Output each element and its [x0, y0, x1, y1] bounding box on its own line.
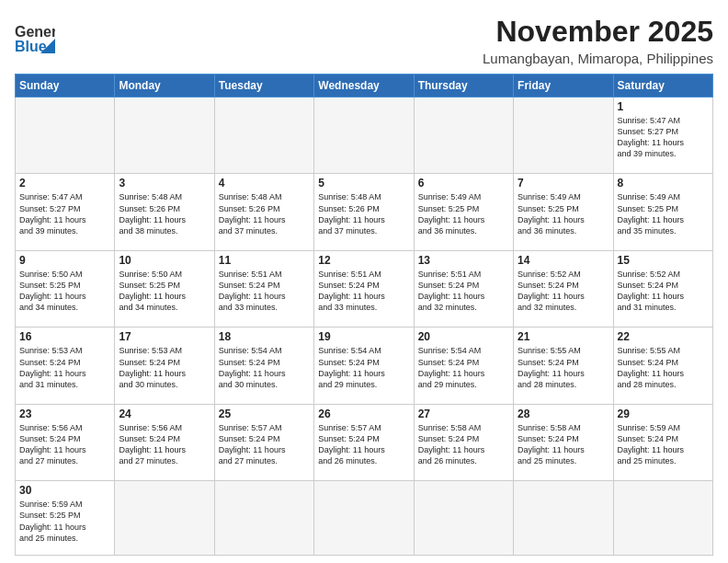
day-number: 10	[119, 254, 210, 267]
calendar-day-9: 9Sunrise: 5:50 AM Sunset: 5:25 PM Daylig…	[16, 250, 115, 327]
day-number: 27	[418, 408, 509, 420]
day-number: 4	[219, 177, 310, 190]
calendar-week-6: 30Sunrise: 5:59 AM Sunset: 5:25 PM Dayli…	[16, 481, 713, 556]
calendar-week-2: 2Sunrise: 5:47 AM Sunset: 5:27 PM Daylig…	[16, 174, 713, 250]
weekday-header-row: SundayMondayTuesdayWednesdayThursdayFrid…	[16, 75, 713, 98]
weekday-header-sunday: Sunday	[16, 75, 115, 98]
day-number: 30	[19, 484, 110, 497]
calendar-day-24: 24Sunrise: 5:56 AM Sunset: 5:24 PM Dayli…	[115, 404, 214, 480]
day-info: Sunrise: 5:52 AM Sunset: 5:24 PM Dayligh…	[618, 269, 709, 314]
calendar-week-4: 16Sunrise: 5:53 AM Sunset: 5:24 PM Dayli…	[16, 327, 713, 404]
weekday-header-saturday: Saturday	[613, 75, 712, 98]
logo: General Blue	[15, 15, 55, 59]
day-number: 20	[418, 330, 509, 343]
weekday-header-thursday: Thursday	[414, 75, 513, 98]
month-title: November 2025	[483, 15, 713, 49]
calendar-day-8: 8Sunrise: 5:49 AM Sunset: 5:25 PM Daylig…	[613, 174, 712, 250]
day-info: Sunrise: 5:49 AM Sunset: 5:25 PM Dayligh…	[418, 191, 509, 236]
calendar-day-empty	[613, 481, 712, 556]
day-number: 9	[19, 254, 110, 267]
calendar-day-28: 28Sunrise: 5:58 AM Sunset: 5:24 PM Dayli…	[514, 404, 613, 480]
calendar-day-11: 11Sunrise: 5:51 AM Sunset: 5:24 PM Dayli…	[214, 250, 313, 327]
calendar-day-4: 4Sunrise: 5:48 AM Sunset: 5:26 PM Daylig…	[214, 174, 313, 250]
day-number: 15	[618, 254, 709, 267]
calendar-day-empty	[514, 98, 613, 174]
day-info: Sunrise: 5:51 AM Sunset: 5:24 PM Dayligh…	[318, 269, 409, 314]
day-number: 24	[119, 408, 210, 420]
day-number: 29	[618, 408, 709, 420]
weekday-header-wednesday: Wednesday	[314, 75, 414, 98]
calendar-day-17: 17Sunrise: 5:53 AM Sunset: 5:24 PM Dayli…	[115, 327, 214, 404]
day-number: 22	[618, 330, 709, 343]
day-info: Sunrise: 5:55 AM Sunset: 5:24 PM Dayligh…	[618, 345, 709, 390]
calendar-day-30: 30Sunrise: 5:59 AM Sunset: 5:25 PM Dayli…	[16, 481, 115, 556]
day-info: Sunrise: 5:47 AM Sunset: 5:27 PM Dayligh…	[618, 115, 709, 160]
svg-text:General: General	[15, 24, 55, 40]
calendar-day-10: 10Sunrise: 5:50 AM Sunset: 5:25 PM Dayli…	[115, 250, 214, 327]
day-info: Sunrise: 5:57 AM Sunset: 5:24 PM Dayligh…	[318, 422, 409, 467]
calendar-table: SundayMondayTuesdayWednesdayThursdayFrid…	[15, 74, 713, 556]
calendar-day-14: 14Sunrise: 5:52 AM Sunset: 5:24 PM Dayli…	[514, 250, 613, 327]
day-number: 28	[518, 408, 609, 420]
day-info: Sunrise: 5:54 AM Sunset: 5:24 PM Dayligh…	[318, 345, 409, 390]
day-number: 3	[119, 177, 210, 190]
calendar-day-27: 27Sunrise: 5:58 AM Sunset: 5:24 PM Dayli…	[414, 404, 513, 480]
day-number: 25	[219, 408, 310, 420]
day-number: 19	[318, 330, 409, 343]
day-info: Sunrise: 5:50 AM Sunset: 5:25 PM Dayligh…	[119, 269, 210, 314]
calendar-day-empty	[115, 98, 214, 174]
day-number: 7	[518, 177, 609, 190]
calendar-day-21: 21Sunrise: 5:55 AM Sunset: 5:24 PM Dayli…	[514, 327, 613, 404]
header-area: General Blue November 2025 Lumangbayan, …	[15, 15, 713, 66]
day-info: Sunrise: 5:54 AM Sunset: 5:24 PM Dayligh…	[418, 345, 509, 390]
calendar-day-26: 26Sunrise: 5:57 AM Sunset: 5:24 PM Dayli…	[314, 404, 414, 480]
day-number: 14	[518, 254, 609, 267]
day-number: 11	[219, 254, 310, 267]
day-info: Sunrise: 5:59 AM Sunset: 5:25 PM Dayligh…	[19, 499, 110, 544]
logo-icon: General Blue	[15, 18, 55, 59]
day-number: 17	[119, 330, 210, 343]
day-info: Sunrise: 5:58 AM Sunset: 5:24 PM Dayligh…	[518, 422, 609, 467]
day-info: Sunrise: 5:48 AM Sunset: 5:26 PM Dayligh…	[119, 191, 210, 236]
day-info: Sunrise: 5:53 AM Sunset: 5:24 PM Dayligh…	[119, 345, 210, 390]
calendar-day-25: 25Sunrise: 5:57 AM Sunset: 5:24 PM Dayli…	[214, 404, 313, 480]
weekday-header-friday: Friday	[514, 75, 613, 98]
calendar-day-empty	[314, 481, 414, 556]
day-number: 6	[418, 177, 509, 190]
calendar-day-29: 29Sunrise: 5:59 AM Sunset: 5:24 PM Dayli…	[613, 404, 712, 480]
day-info: Sunrise: 5:55 AM Sunset: 5:24 PM Dayligh…	[518, 345, 609, 390]
calendar-day-23: 23Sunrise: 5:56 AM Sunset: 5:24 PM Dayli…	[16, 404, 115, 480]
calendar-week-3: 9Sunrise: 5:50 AM Sunset: 5:25 PM Daylig…	[16, 250, 713, 327]
calendar-day-22: 22Sunrise: 5:55 AM Sunset: 5:24 PM Dayli…	[613, 327, 712, 404]
location-title: Lumangbayan, Mimaropa, Philippines	[483, 51, 713, 66]
day-info: Sunrise: 5:50 AM Sunset: 5:25 PM Dayligh…	[19, 269, 110, 314]
calendar-day-20: 20Sunrise: 5:54 AM Sunset: 5:24 PM Dayli…	[414, 327, 513, 404]
day-info: Sunrise: 5:56 AM Sunset: 5:24 PM Dayligh…	[19, 422, 110, 467]
calendar-day-empty	[314, 98, 414, 174]
calendar-day-18: 18Sunrise: 5:54 AM Sunset: 5:24 PM Dayli…	[214, 327, 313, 404]
day-info: Sunrise: 5:47 AM Sunset: 5:27 PM Dayligh…	[19, 191, 110, 236]
calendar-day-16: 16Sunrise: 5:53 AM Sunset: 5:24 PM Dayli…	[16, 327, 115, 404]
calendar-week-5: 23Sunrise: 5:56 AM Sunset: 5:24 PM Dayli…	[16, 404, 713, 480]
title-area: November 2025 Lumangbayan, Mimaropa, Phi…	[483, 15, 713, 66]
day-number: 12	[318, 254, 409, 267]
day-number: 26	[318, 408, 409, 420]
calendar-day-empty	[414, 98, 513, 174]
weekday-header-monday: Monday	[115, 75, 214, 98]
day-info: Sunrise: 5:51 AM Sunset: 5:24 PM Dayligh…	[418, 269, 509, 314]
page: General Blue November 2025 Lumangbayan, …	[0, 0, 728, 563]
day-info: Sunrise: 5:54 AM Sunset: 5:24 PM Dayligh…	[219, 345, 310, 390]
day-info: Sunrise: 5:49 AM Sunset: 5:25 PM Dayligh…	[518, 191, 609, 236]
calendar-day-empty	[514, 481, 613, 556]
day-number: 5	[318, 177, 409, 190]
logo-svg: General Blue	[15, 18, 55, 59]
day-info: Sunrise: 5:57 AM Sunset: 5:24 PM Dayligh…	[219, 422, 310, 467]
calendar-day-7: 7Sunrise: 5:49 AM Sunset: 5:25 PM Daylig…	[514, 174, 613, 250]
day-info: Sunrise: 5:51 AM Sunset: 5:24 PM Dayligh…	[219, 269, 310, 314]
calendar-day-2: 2Sunrise: 5:47 AM Sunset: 5:27 PM Daylig…	[16, 174, 115, 250]
day-info: Sunrise: 5:58 AM Sunset: 5:24 PM Dayligh…	[418, 422, 509, 467]
day-info: Sunrise: 5:52 AM Sunset: 5:24 PM Dayligh…	[518, 269, 609, 314]
day-number: 16	[19, 330, 110, 343]
calendar-day-12: 12Sunrise: 5:51 AM Sunset: 5:24 PM Dayli…	[314, 250, 414, 327]
day-number: 8	[618, 177, 709, 190]
